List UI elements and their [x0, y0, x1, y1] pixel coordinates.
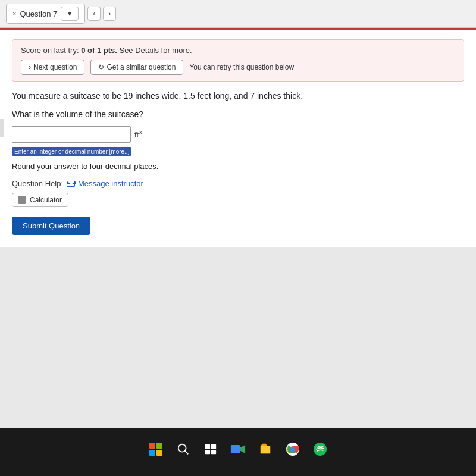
score-suffix: See Details for more.	[117, 46, 192, 55]
answer-input-row: ft3	[12, 126, 464, 143]
svg-line-1	[185, 451, 189, 455]
refresh-icon: ↻	[98, 63, 104, 71]
windows-start-button[interactable]	[146, 440, 165, 459]
score-value: 0 of 1 pts.	[81, 46, 117, 55]
score-prefix: Score on last try:	[21, 46, 81, 55]
svg-rect-6	[231, 445, 240, 453]
task-view-button[interactable]	[201, 440, 220, 459]
tab-close-icon[interactable]: ×	[12, 10, 16, 17]
next-question-button[interactable]: › Next question	[21, 60, 84, 75]
message-instructor-link[interactable]: Message instructor	[67, 179, 143, 188]
svg-rect-3	[211, 444, 216, 449]
meet-button[interactable]	[228, 440, 248, 459]
score-actions: › Next question ↻ Get a similar question…	[21, 60, 455, 75]
retry-text: You can retry this question below	[189, 63, 294, 71]
chrome-icon	[286, 442, 300, 456]
tab-back-button[interactable]: ‹	[87, 7, 101, 21]
next-icon: ›	[29, 63, 31, 71]
svg-point-11	[314, 443, 327, 456]
calculator-label: Calculator	[30, 196, 62, 204]
message-link-text: Message instructor	[78, 179, 143, 188]
similar-question-button[interactable]: ↻ Get a similar question	[90, 60, 183, 75]
files-button[interactable]	[256, 440, 275, 459]
tab-bar: × Question 7 ▼ ‹ ›	[0, 0, 476, 28]
spotify-button[interactable]	[311, 440, 330, 459]
envelope-icon	[67, 181, 75, 187]
answer-input[interactable]	[12, 126, 131, 143]
svg-point-0	[178, 444, 186, 452]
svg-rect-4	[205, 450, 210, 454]
svg-marker-7	[240, 445, 245, 453]
files-icon	[259, 443, 272, 456]
spotify-icon	[313, 442, 327, 456]
similar-label: Get a similar question	[107, 63, 176, 71]
hint-text: Enter an integer or decimal number [more…	[12, 147, 131, 156]
left-edge	[0, 119, 4, 137]
next-label: Next question	[33, 63, 77, 71]
windows-icon	[149, 443, 162, 456]
question-description: You measure a suitcase to be 19 inches w…	[12, 90, 464, 102]
chrome-button[interactable]	[283, 440, 302, 459]
submit-question-button[interactable]: Submit Question	[12, 217, 90, 235]
content-area: Score on last try: 0 of 1 pts. See Detai…	[0, 30, 476, 247]
svg-point-10	[290, 447, 295, 452]
question-tab[interactable]: × Question 7 ▼	[6, 4, 85, 24]
unit-label: ft3	[134, 130, 142, 139]
score-text: Score on last try: 0 of 1 pts. See Detai…	[21, 46, 455, 55]
task-view-icon	[204, 443, 217, 456]
search-taskbar-button[interactable]	[174, 440, 193, 459]
tab-dropdown-icon[interactable]: ▼	[61, 7, 79, 21]
search-icon	[177, 443, 190, 456]
score-banner: Score on last try: 0 of 1 pts. See Detai…	[12, 39, 464, 82]
svg-rect-5	[211, 450, 216, 454]
tab-title: Question 7	[20, 10, 57, 18]
tab-forward-button[interactable]: ›	[103, 7, 116, 21]
calculator-button[interactable]: Calculator	[12, 193, 68, 207]
question-help-row: Question Help: Message instructor	[12, 179, 464, 188]
question-prompt: What is the volume of the suitcase?	[12, 109, 464, 119]
svg-rect-2	[205, 444, 210, 449]
round-note: Round your answer to four decimal places…	[12, 162, 464, 171]
calculator-icon	[18, 196, 26, 204]
meet-icon	[230, 443, 246, 456]
help-label: Question Help:	[12, 179, 63, 188]
taskbar	[0, 428, 476, 476]
